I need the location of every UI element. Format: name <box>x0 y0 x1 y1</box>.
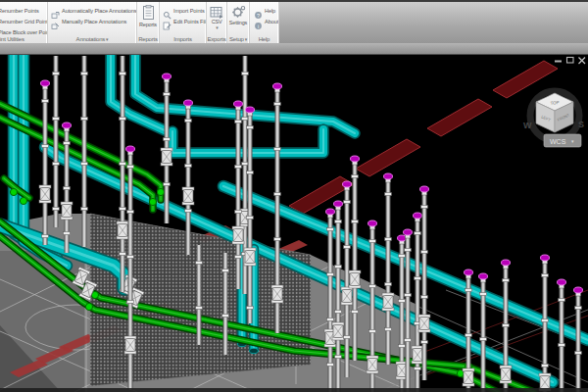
point-marker <box>541 255 550 261</box>
point-marker <box>41 80 50 86</box>
pipe-valve <box>161 148 172 166</box>
ribbon: Renumber Points Renumber Grid Points Pla… <box>0 2 588 43</box>
ribbon-item-about[interactable]: i About <box>254 16 278 26</box>
pipe-valve <box>367 356 378 373</box>
pipe-valve <box>39 185 51 203</box>
ribbon-item-help[interactable]: ? Help <box>254 5 278 16</box>
compass-south-label[interactable]: S <box>578 120 584 129</box>
point-marker <box>574 287 583 293</box>
drawing-viewport[interactable]: WSTOPLEFTFRONTWCS▾ <box>0 55 588 392</box>
chevron-down-icon: ▾ <box>106 36 108 42</box>
vertical-pipe <box>500 260 512 392</box>
panel-label-point-utilities[interactable]: Point Utilities <box>0 36 47 42</box>
point-marker <box>368 220 377 226</box>
panel-label-annotations[interactable]: Annotations▾ <box>48 36 136 42</box>
ribbon-panel-imports: Import Points Edit Points File Imports <box>160 2 207 43</box>
point-marker <box>334 201 343 207</box>
vertical-pipe <box>53 56 60 227</box>
panel-label-reports[interactable]: Reports <box>137 36 159 42</box>
point-marker <box>479 273 488 279</box>
point-marker <box>420 186 429 192</box>
compass-west-label[interactable]: W <box>523 121 532 130</box>
ribbon-panel-help: ? Help i About Help <box>250 2 279 43</box>
ribbon-item-auto-place-annotations[interactable]: Automatically Place Annotations <box>51 5 136 16</box>
pipe-valve <box>244 248 256 266</box>
chevron-down-icon: ▾ <box>216 24 219 30</box>
ribbon-item-renumber-grid-points[interactable]: Renumber Grid Points <box>0 16 47 26</box>
svg-text:i: i <box>258 24 259 29</box>
point-marker <box>351 156 360 162</box>
ribbon-panel-exports: CSV ▾ Exports <box>207 2 227 43</box>
point-marker <box>163 74 172 79</box>
point-marker <box>246 107 255 113</box>
about-icon: i <box>254 17 263 25</box>
point-marker <box>502 260 511 266</box>
pipe-valve <box>500 366 512 383</box>
pipe-valve <box>463 368 474 386</box>
help-icon: ? <box>254 6 263 15</box>
pipe-valve <box>117 221 128 239</box>
pipe-valve <box>61 202 73 220</box>
viewcube[interactable]: WSTOPLEFTFRONT <box>523 91 584 140</box>
point-marker <box>398 235 407 241</box>
panel-label-imports[interactable]: Imports <box>160 36 206 42</box>
viewport-bottom-edge <box>0 388 588 392</box>
wcs-button[interactable]: WCS▾ <box>544 134 581 147</box>
csv-table-icon <box>210 5 223 18</box>
model-scene: WSTOPLEFTFRONTWCS▾ <box>0 55 588 392</box>
ribbon-item-manual-place-annotations[interactable]: Manually Place Annotations <box>51 16 136 26</box>
point-marker <box>63 122 72 128</box>
ribbon-lower-strip <box>0 43 588 55</box>
point-marker <box>465 270 473 275</box>
vertical-pipe <box>222 253 229 355</box>
pipe-valve <box>271 285 283 303</box>
pipe-valve <box>341 287 353 305</box>
panel-label-help[interactable]: Help <box>250 36 278 42</box>
ribbon-item-import-points[interactable]: Import Points <box>163 5 206 16</box>
panel-label-setup[interactable]: Setup▾ <box>227 36 249 42</box>
ribbon-panel-point-utilities: Renumber Points Renumber Grid Points Pla… <box>0 2 48 43</box>
pipe-valve <box>332 322 344 340</box>
point-marker <box>273 83 282 89</box>
vertical-pipe <box>196 245 203 345</box>
report-document-icon <box>142 5 155 21</box>
csv-export-button[interactable]: CSV ▾ <box>207 2 226 30</box>
pipe-valve <box>182 187 194 205</box>
point-marker <box>326 209 335 215</box>
wcs-label: WCS <box>550 138 566 145</box>
ribbon-panel-annotations: Automatically Place Annotations Manually… <box>48 2 137 43</box>
pipe-valve <box>232 226 244 244</box>
ribbon-panel-reports: Reports Reports <box>137 2 160 43</box>
gear-icon <box>231 5 246 19</box>
point-marker <box>414 213 422 219</box>
point-marker <box>234 101 243 107</box>
point-marker <box>126 146 135 152</box>
settings-button[interactable]: Settings <box>227 2 249 25</box>
pipe-valve <box>412 346 423 364</box>
reports-button[interactable]: Reports <box>137 2 159 27</box>
pipe-valve <box>124 336 136 354</box>
restore-button[interactable] <box>567 58 574 64</box>
pipe-valve <box>349 270 361 288</box>
chevron-down-icon: ▾ <box>245 36 247 42</box>
ribbon-panel-setup: Settings Setup▾ <box>227 2 250 43</box>
minimize-button[interactable] <box>555 61 562 63</box>
pipe-valve <box>418 315 430 332</box>
point-marker <box>558 279 566 285</box>
ribbon-item-renumber-points[interactable]: Renumber Points <box>0 5 47 16</box>
panel-label-exports[interactable]: Exports <box>207 36 226 42</box>
point-marker <box>343 181 352 187</box>
ribbon-empty-area <box>279 2 588 43</box>
close-button[interactable] <box>579 58 586 65</box>
point-marker <box>404 229 413 235</box>
vertical-pipe <box>81 56 88 247</box>
ribbon-item-edit-points-file[interactable]: Edit Points File <box>163 16 206 26</box>
pipe-valve <box>382 293 394 311</box>
place-annotation-auto-icon <box>51 6 60 15</box>
point-marker <box>384 173 393 179</box>
edit-points-file-icon <box>163 17 172 25</box>
place-annotation-manual-icon <box>51 17 60 25</box>
import-points-icon <box>163 6 172 15</box>
point-marker <box>184 100 193 106</box>
